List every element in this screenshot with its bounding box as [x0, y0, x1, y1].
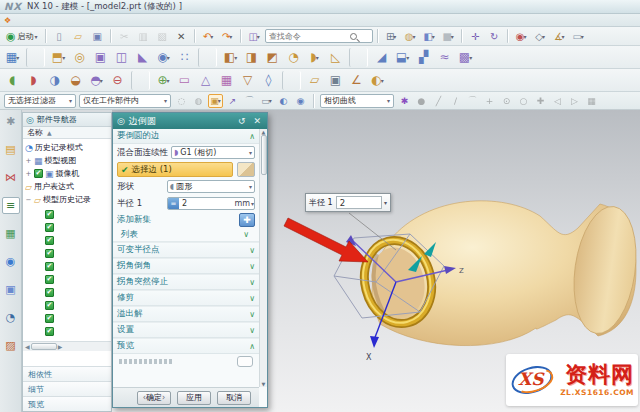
intersect-icon[interactable]: ◩	[263, 48, 282, 67]
window-layout-icon[interactable]: ⊞▾	[383, 29, 400, 44]
add-new-set-row[interactable]: 添加新集 ✚	[113, 212, 259, 228]
rotate-view-icon[interactable]: ↻	[486, 29, 503, 44]
tree-feature[interactable]: ✔	[45, 221, 111, 234]
sew-icon[interactable]: ≈	[435, 48, 454, 67]
section-variable-radius[interactable]: 可变半径点 ∨	[113, 242, 259, 258]
scroll-right-icon[interactable]: ▶	[58, 343, 63, 350]
navigator-hscrollbar[interactable]: ◀ ▶	[23, 341, 111, 351]
revolve-icon[interactable]: ◎	[70, 48, 89, 67]
replace-face-icon[interactable]: ◒	[66, 71, 85, 90]
dialog-scroll-thumb[interactable]	[261, 135, 267, 175]
nav-section-details[interactable]: 细节	[23, 381, 111, 396]
list-section[interactable]: 列表 ∨	[113, 228, 259, 242]
datum-symbol-icon[interactable]: △	[196, 71, 215, 90]
open-file-icon[interactable]: ▱	[70, 29, 87, 44]
tree-feature[interactable]: ✔	[45, 247, 111, 260]
edge-blend-icon[interactable]: ◗▾	[305, 48, 324, 67]
shell-icon[interactable]: ◔	[284, 48, 303, 67]
nav-section-preview[interactable]: 预览	[23, 396, 111, 411]
menu-tools[interactable]	[54, 16, 62, 25]
toolbar-icon[interactable]	[461, 29, 463, 43]
surface-finish-icon[interactable]: ▽	[238, 71, 257, 90]
type-filter-combo[interactable]: 无选择过滤器▾	[4, 94, 76, 108]
delete-face-icon[interactable]: ⊖	[108, 71, 127, 90]
move-face-icon[interactable]: ◖	[3, 71, 22, 90]
selection-scope-combo[interactable]: 仅在工作部件内▾	[79, 94, 171, 108]
constraint-navigator-icon[interactable]: ⋈	[2, 169, 20, 186]
block-icon[interactable]: ▣	[91, 48, 110, 67]
orient-view-icon[interactable]: ◧▾	[421, 29, 438, 44]
checkbox[interactable]: ✔	[45, 249, 54, 258]
enable-snap-icon[interactable]: ✱	[397, 94, 412, 108]
assembly-navigator-icon[interactable]: ▤	[2, 141, 20, 158]
radius-value-field[interactable]: 2	[336, 196, 382, 209]
toolbar-icon[interactable]	[282, 71, 301, 90]
measure-icon[interactable]: ∡▾	[551, 29, 568, 44]
tree-model-views[interactable]: + ▦ 模型视图	[25, 154, 111, 167]
toolbar-icon[interactable]	[26, 48, 45, 67]
unite-icon[interactable]: ◧▾	[221, 48, 240, 67]
curve-rule-combo[interactable]: 相切曲线▾	[320, 94, 394, 108]
tree-cameras[interactable]: + ✔ ▣ 摄像机	[25, 167, 111, 180]
hq-image-icon[interactable]: ▣	[326, 71, 345, 90]
trim-body-icon[interactable]: ⬓▾	[393, 48, 412, 67]
resize-blend-icon[interactable]: ◓▾	[87, 71, 106, 90]
menu-insert[interactable]	[38, 16, 46, 25]
checkbox[interactable]: ✔	[45, 288, 54, 297]
shaded-select-icon[interactable]: ◐	[276, 94, 291, 108]
dialog-reset-button[interactable]: ↺	[236, 116, 248, 126]
clip-section-icon[interactable]: ▱	[305, 71, 324, 90]
menu-file[interactable]	[14, 16, 22, 25]
thicken-icon[interactable]: ▩▾	[456, 48, 475, 67]
menu-information[interactable]	[78, 16, 86, 25]
pmi-dimension-icon[interactable]: ⊕▾	[154, 71, 173, 90]
section-overflow[interactable]: 溢出解 ∨	[113, 306, 259, 322]
move-object-icon[interactable]: ✛	[467, 29, 484, 44]
cylinder-icon[interactable]: ◫	[112, 48, 131, 67]
rectangle-select-icon[interactable]: ▭▾	[259, 94, 274, 108]
radius-input[interactable]: = 2 mm ▾	[167, 197, 255, 210]
scene-settings-icon[interactable]: ∠	[347, 71, 366, 90]
split-body-icon[interactable]: ▞	[414, 48, 433, 67]
toolbar-icon[interactable]	[194, 29, 196, 43]
menu-preferences[interactable]	[94, 16, 102, 25]
tree-feature[interactable]: ✔	[45, 325, 111, 338]
sketch-icon[interactable]: ▦▾	[3, 48, 22, 67]
menu-format[interactable]	[46, 16, 54, 25]
checkbox[interactable]: ✔	[45, 275, 54, 284]
menu-pmi[interactable]	[70, 16, 78, 25]
ok-button[interactable]: 确定	[137, 391, 171, 405]
toolbar-icon[interactable]	[198, 48, 217, 67]
section-corner-fillet[interactable]: 拐角倒角 ∨	[113, 258, 259, 274]
toolbar-icon[interactable]	[240, 29, 242, 43]
search-icon[interactable]	[350, 33, 357, 40]
render-style-icon[interactable]: ◍▾	[402, 29, 419, 44]
true-shading-icon[interactable]: ◐▾	[368, 71, 387, 90]
cancel-button[interactable]: 取消	[217, 391, 251, 405]
menu-window[interactable]	[102, 16, 110, 25]
formula-icon[interactable]: =	[168, 198, 179, 209]
checkbox[interactable]: ✔	[34, 169, 43, 178]
part-navigator-icon[interactable]: ≡	[2, 197, 20, 214]
checkbox[interactable]: ✔	[45, 236, 54, 245]
redo-icon[interactable]: ↷▾	[219, 29, 236, 44]
pull-face-icon[interactable]: ◗	[24, 71, 43, 90]
scroll-left-icon[interactable]: ◀	[25, 343, 30, 350]
checkbox[interactable]: ✔	[45, 301, 54, 310]
edit-section-icon[interactable]: ◇▾	[532, 29, 549, 44]
checkbox[interactable]: ✔	[45, 314, 54, 323]
highlight-box-icon[interactable]: ▣▾	[208, 94, 223, 108]
toolbar-icon[interactable]	[131, 71, 150, 90]
palette-icon[interactable]: ▨	[2, 337, 20, 354]
shape-combo[interactable]: ◖ 圆形 ▾	[167, 180, 255, 193]
section-trim[interactable]: 修剪 ∨	[113, 290, 259, 306]
point-dialog-cube-button[interactable]	[237, 162, 255, 177]
nav-section-dependencies[interactable]: 相依性	[23, 366, 111, 381]
menu-view[interactable]	[30, 16, 38, 25]
delete-icon[interactable]: ✕	[173, 29, 190, 44]
web-browser-icon[interactable]: ◉	[2, 253, 20, 270]
dialog-close-button[interactable]: ✕	[251, 116, 263, 126]
roles-gear-icon[interactable]: ✱	[2, 113, 20, 130]
annotation-icon[interactable]: ▭▾	[570, 29, 587, 44]
tree-model-history[interactable]: − ▱ 模型历史记录	[25, 193, 111, 206]
